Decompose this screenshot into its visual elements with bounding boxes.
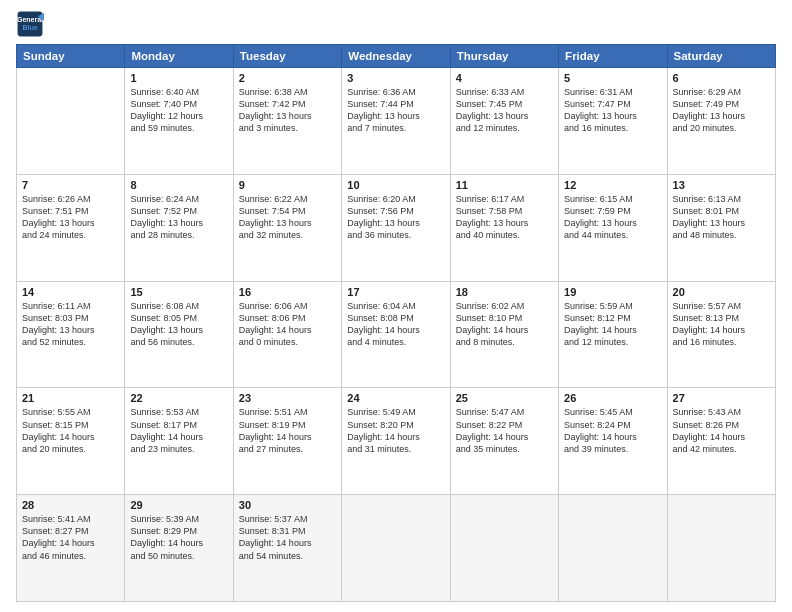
page: General Blue SundayMondayTuesdayWednesda…: [0, 0, 792, 612]
day-number: 20: [673, 286, 770, 298]
calendar-cell: 14Sunrise: 6:11 AM Sunset: 8:03 PM Dayli…: [17, 281, 125, 388]
calendar-cell: [17, 68, 125, 175]
day-number: 12: [564, 179, 661, 191]
day-info: Sunrise: 6:08 AM Sunset: 8:05 PM Dayligh…: [130, 300, 227, 349]
day-info: Sunrise: 6:15 AM Sunset: 7:59 PM Dayligh…: [564, 193, 661, 242]
day-info: Sunrise: 5:41 AM Sunset: 8:27 PM Dayligh…: [22, 513, 119, 562]
day-number: 25: [456, 392, 553, 404]
calendar-cell: 13Sunrise: 6:13 AM Sunset: 8:01 PM Dayli…: [667, 174, 775, 281]
day-number: 6: [673, 72, 770, 84]
column-header-saturday: Saturday: [667, 45, 775, 68]
calendar-cell: [559, 495, 667, 602]
day-number: 9: [239, 179, 336, 191]
day-number: 13: [673, 179, 770, 191]
logo: General Blue: [16, 10, 44, 38]
day-number: 4: [456, 72, 553, 84]
day-info: Sunrise: 6:04 AM Sunset: 8:08 PM Dayligh…: [347, 300, 444, 349]
day-number: 11: [456, 179, 553, 191]
calendar-cell: 8Sunrise: 6:24 AM Sunset: 7:52 PM Daylig…: [125, 174, 233, 281]
calendar-cell: 6Sunrise: 6:29 AM Sunset: 7:49 PM Daylig…: [667, 68, 775, 175]
calendar-cell: 18Sunrise: 6:02 AM Sunset: 8:10 PM Dayli…: [450, 281, 558, 388]
week-row-1: 1Sunrise: 6:40 AM Sunset: 7:40 PM Daylig…: [17, 68, 776, 175]
day-number: 16: [239, 286, 336, 298]
calendar-cell: 23Sunrise: 5:51 AM Sunset: 8:19 PM Dayli…: [233, 388, 341, 495]
day-number: 14: [22, 286, 119, 298]
column-header-thursday: Thursday: [450, 45, 558, 68]
logo-icon: General Blue: [16, 10, 44, 38]
day-info: Sunrise: 6:40 AM Sunset: 7:40 PM Dayligh…: [130, 86, 227, 135]
day-info: Sunrise: 6:02 AM Sunset: 8:10 PM Dayligh…: [456, 300, 553, 349]
calendar-cell: [667, 495, 775, 602]
day-info: Sunrise: 6:31 AM Sunset: 7:47 PM Dayligh…: [564, 86, 661, 135]
column-header-monday: Monday: [125, 45, 233, 68]
day-info: Sunrise: 6:33 AM Sunset: 7:45 PM Dayligh…: [456, 86, 553, 135]
day-info: Sunrise: 5:49 AM Sunset: 8:20 PM Dayligh…: [347, 406, 444, 455]
day-number: 1: [130, 72, 227, 84]
calendar-cell: 26Sunrise: 5:45 AM Sunset: 8:24 PM Dayli…: [559, 388, 667, 495]
column-header-wednesday: Wednesday: [342, 45, 450, 68]
day-number: 18: [456, 286, 553, 298]
day-number: 21: [22, 392, 119, 404]
calendar-cell: 10Sunrise: 6:20 AM Sunset: 7:56 PM Dayli…: [342, 174, 450, 281]
calendar-cell: 25Sunrise: 5:47 AM Sunset: 8:22 PM Dayli…: [450, 388, 558, 495]
day-info: Sunrise: 5:39 AM Sunset: 8:29 PM Dayligh…: [130, 513, 227, 562]
day-number: 15: [130, 286, 227, 298]
header: General Blue: [16, 10, 776, 38]
calendar-cell: 1Sunrise: 6:40 AM Sunset: 7:40 PM Daylig…: [125, 68, 233, 175]
calendar-cell: 7Sunrise: 6:26 AM Sunset: 7:51 PM Daylig…: [17, 174, 125, 281]
day-number: 5: [564, 72, 661, 84]
day-number: 3: [347, 72, 444, 84]
day-info: Sunrise: 6:26 AM Sunset: 7:51 PM Dayligh…: [22, 193, 119, 242]
day-number: 10: [347, 179, 444, 191]
column-header-sunday: Sunday: [17, 45, 125, 68]
day-info: Sunrise: 6:13 AM Sunset: 8:01 PM Dayligh…: [673, 193, 770, 242]
calendar-cell: 17Sunrise: 6:04 AM Sunset: 8:08 PM Dayli…: [342, 281, 450, 388]
day-info: Sunrise: 5:57 AM Sunset: 8:13 PM Dayligh…: [673, 300, 770, 349]
day-number: 2: [239, 72, 336, 84]
day-info: Sunrise: 6:20 AM Sunset: 7:56 PM Dayligh…: [347, 193, 444, 242]
day-info: Sunrise: 6:38 AM Sunset: 7:42 PM Dayligh…: [239, 86, 336, 135]
day-number: 29: [130, 499, 227, 511]
calendar-cell: 2Sunrise: 6:38 AM Sunset: 7:42 PM Daylig…: [233, 68, 341, 175]
day-info: Sunrise: 6:29 AM Sunset: 7:49 PM Dayligh…: [673, 86, 770, 135]
header-row: SundayMondayTuesdayWednesdayThursdayFrid…: [17, 45, 776, 68]
calendar-cell: 29Sunrise: 5:39 AM Sunset: 8:29 PM Dayli…: [125, 495, 233, 602]
day-info: Sunrise: 6:36 AM Sunset: 7:44 PM Dayligh…: [347, 86, 444, 135]
day-number: 7: [22, 179, 119, 191]
day-number: 22: [130, 392, 227, 404]
calendar-cell: 19Sunrise: 5:59 AM Sunset: 8:12 PM Dayli…: [559, 281, 667, 388]
svg-text:General: General: [17, 16, 43, 23]
calendar-cell: 11Sunrise: 6:17 AM Sunset: 7:58 PM Dayli…: [450, 174, 558, 281]
day-info: Sunrise: 6:11 AM Sunset: 8:03 PM Dayligh…: [22, 300, 119, 349]
calendar-cell: 12Sunrise: 6:15 AM Sunset: 7:59 PM Dayli…: [559, 174, 667, 281]
calendar-cell: 21Sunrise: 5:55 AM Sunset: 8:15 PM Dayli…: [17, 388, 125, 495]
day-info: Sunrise: 6:17 AM Sunset: 7:58 PM Dayligh…: [456, 193, 553, 242]
day-info: Sunrise: 5:53 AM Sunset: 8:17 PM Dayligh…: [130, 406, 227, 455]
column-header-friday: Friday: [559, 45, 667, 68]
calendar-cell: 24Sunrise: 5:49 AM Sunset: 8:20 PM Dayli…: [342, 388, 450, 495]
calendar-cell: 5Sunrise: 6:31 AM Sunset: 7:47 PM Daylig…: [559, 68, 667, 175]
calendar-cell: 27Sunrise: 5:43 AM Sunset: 8:26 PM Dayli…: [667, 388, 775, 495]
day-info: Sunrise: 5:55 AM Sunset: 8:15 PM Dayligh…: [22, 406, 119, 455]
calendar-cell: 22Sunrise: 5:53 AM Sunset: 8:17 PM Dayli…: [125, 388, 233, 495]
calendar-cell: 15Sunrise: 6:08 AM Sunset: 8:05 PM Dayli…: [125, 281, 233, 388]
calendar-cell: 28Sunrise: 5:41 AM Sunset: 8:27 PM Dayli…: [17, 495, 125, 602]
day-info: Sunrise: 5:43 AM Sunset: 8:26 PM Dayligh…: [673, 406, 770, 455]
day-info: Sunrise: 5:47 AM Sunset: 8:22 PM Dayligh…: [456, 406, 553, 455]
day-info: Sunrise: 6:06 AM Sunset: 8:06 PM Dayligh…: [239, 300, 336, 349]
day-number: 17: [347, 286, 444, 298]
day-number: 27: [673, 392, 770, 404]
day-number: 26: [564, 392, 661, 404]
day-info: Sunrise: 5:59 AM Sunset: 8:12 PM Dayligh…: [564, 300, 661, 349]
calendar-cell: 30Sunrise: 5:37 AM Sunset: 8:31 PM Dayli…: [233, 495, 341, 602]
svg-text:Blue: Blue: [22, 24, 37, 31]
week-row-5: 28Sunrise: 5:41 AM Sunset: 8:27 PM Dayli…: [17, 495, 776, 602]
column-header-tuesday: Tuesday: [233, 45, 341, 68]
calendar-cell: 9Sunrise: 6:22 AM Sunset: 7:54 PM Daylig…: [233, 174, 341, 281]
week-row-4: 21Sunrise: 5:55 AM Sunset: 8:15 PM Dayli…: [17, 388, 776, 495]
calendar-cell: 3Sunrise: 6:36 AM Sunset: 7:44 PM Daylig…: [342, 68, 450, 175]
day-info: Sunrise: 6:22 AM Sunset: 7:54 PM Dayligh…: [239, 193, 336, 242]
day-number: 28: [22, 499, 119, 511]
day-number: 8: [130, 179, 227, 191]
calendar-cell: 16Sunrise: 6:06 AM Sunset: 8:06 PM Dayli…: [233, 281, 341, 388]
